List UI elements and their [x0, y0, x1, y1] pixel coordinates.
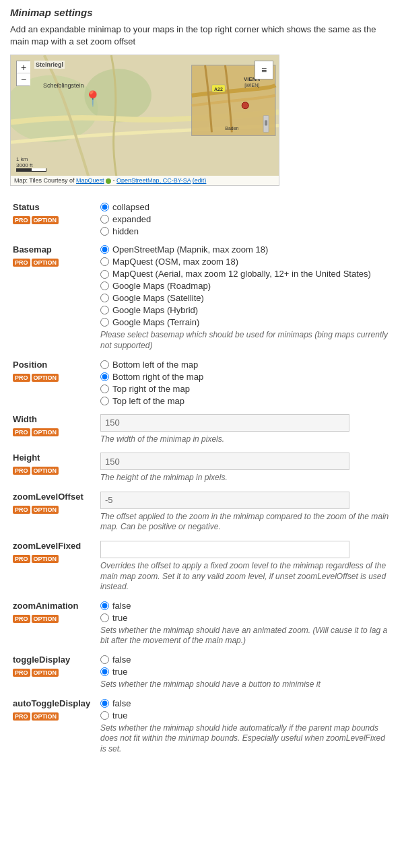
basemap-osm-label: OpenStreetMap (Mapnik, max zoom 18) — [112, 244, 268, 255]
height-input[interactable] — [100, 453, 349, 470]
position-top-right-option[interactable]: Top right of the map — [100, 384, 391, 394]
auto-toggle-display-hint: Sets whether the minimap should hide aut… — [100, 723, 391, 755]
basemap-option-badge: OPTION — [32, 259, 59, 267]
height-row: Height PROOPTION The height of the minim… — [10, 448, 394, 488]
auto-toggle-display-false-option[interactable]: false — [100, 698, 391, 708]
basemap-google-terrain-option[interactable]: Google Maps (Terrain) — [100, 317, 391, 327]
width-option-badge: OPTION — [32, 428, 59, 436]
position-bottom-left-option[interactable]: Bottom left of the map — [100, 360, 391, 370]
position-bottom-right-label: Bottom right of the map — [112, 372, 203, 382]
edit-link[interactable]: (edit) — [193, 177, 207, 184]
status-expanded-radio[interactable] — [100, 215, 109, 224]
map-preview: A22 A5 VIENN [WIEN] Baden + − Steinriegl — [10, 55, 279, 186]
basemap-mapquest-osm-radio[interactable] — [100, 257, 109, 266]
basemap-google-satellite-option[interactable]: Google Maps (Satellite) — [100, 293, 391, 303]
status-hidden-option[interactable]: hidden — [100, 226, 391, 236]
auto-toggle-display-option-badge: OPTION — [32, 712, 59, 721]
basemap-google-terrain-label: Google Maps (Terrain) — [112, 317, 199, 327]
auto-toggle-display-true-radio[interactable] — [100, 711, 109, 720]
basemap-google-terrain-radio[interactable] — [100, 318, 109, 327]
height-label: Height — [13, 453, 95, 463]
status-expanded-option[interactable]: expanded — [100, 214, 391, 224]
map-label-scheiblingstein: Scheiblingstein — [43, 82, 84, 89]
basemap-pro-badge: PRO — [13, 259, 30, 267]
basemap-google-hybrid-option[interactable]: Google Maps (Hybrid) — [100, 305, 391, 315]
zoom-level-offset-hint: The offset applied to the zoom in the mi… — [100, 512, 391, 533]
toggle-display-radio-group: false true — [100, 655, 391, 677]
zoom-out-button[interactable]: − — [17, 73, 30, 86]
zoom-animation-false-radio[interactable] — [100, 601, 109, 610]
map-pin: 📍 — [83, 90, 102, 108]
svg-rect-13 — [265, 121, 267, 126]
svg-text:[WIEN]: [WIEN] — [244, 83, 259, 88]
basemap-mapquest-aerial-option[interactable]: MapQuest (Aerial, max zoom 12 globally, … — [100, 269, 391, 279]
position-bottom-right-option[interactable]: Bottom right of the map — [100, 372, 391, 382]
zoom-in-button[interactable]: + — [17, 61, 30, 73]
status-hidden-radio[interactable] — [100, 227, 109, 236]
map-zoom-controls[interactable]: + − — [16, 61, 30, 86]
zoom-level-fixed-input[interactable] — [100, 541, 349, 558]
position-top-right-radio[interactable] — [100, 385, 109, 393]
openstreetmap-link[interactable]: OpenStreetMap, CC-BY-SA — [116, 177, 191, 184]
basemap-google-satellite-label: Google Maps (Satellite) — [112, 293, 204, 303]
toggle-display-false-radio[interactable] — [100, 655, 109, 664]
basemap-google-hybrid-radio[interactable] — [100, 306, 109, 314]
basemap-row: Basemap PROOPTION OpenStreetMap (Mapnik,… — [10, 240, 394, 355]
basemap-hint: Please select basemap which should be us… — [100, 330, 391, 351]
width-hint: The width of the minimap in pixels. — [100, 434, 391, 445]
status-pro-badge: PRO — [13, 216, 30, 224]
zoom-level-offset-input[interactable] — [100, 492, 349, 509]
position-top-left-radio[interactable] — [100, 397, 109, 405]
width-input[interactable] — [100, 414, 349, 432]
zoom-animation-false-label: false — [112, 601, 131, 611]
status-collapsed-option[interactable]: collapsed — [100, 202, 391, 212]
position-row: Position PROOPTION Bottom left of the ma… — [10, 356, 394, 410]
basemap-radio-group: OpenStreetMap (Mapnik, max zoom 18) MapQ… — [100, 244, 391, 327]
basemap-mapquest-osm-option[interactable]: MapQuest (OSM, max zoom 18) — [100, 257, 391, 267]
basemap-osm-radio[interactable] — [100, 245, 109, 254]
status-collapsed-radio[interactable] — [100, 203, 109, 211]
zoom-level-offset-pro-badge: PRO — [13, 506, 30, 514]
position-top-right-label: Top right of the map — [112, 384, 190, 394]
toggle-display-true-option[interactable]: true — [100, 667, 391, 677]
toggle-display-false-option[interactable]: false — [100, 655, 391, 665]
map-label-steinriegl: Steinriegl — [34, 61, 65, 69]
toggle-display-pro-badge: PRO — [13, 669, 30, 677]
auto-toggle-display-true-label: true — [112, 710, 127, 721]
basemap-mapquest-aerial-radio[interactable] — [100, 270, 109, 279]
zoom-level-fixed-hint: Overrides the offset to apply a fixed zo… — [100, 561, 391, 593]
position-bottom-right-radio[interactable] — [100, 372, 109, 381]
zoom-animation-true-radio[interactable] — [100, 613, 109, 622]
zoom-animation-label: zoomAnimation — [13, 601, 95, 611]
page-description: Add an expandable minimap to your maps i… — [10, 24, 394, 48]
status-option-badge: OPTION — [32, 216, 59, 224]
toggle-display-row: toggleDisplay PROOPTION false true Sets … — [10, 650, 394, 694]
auto-toggle-display-false-radio[interactable] — [100, 699, 109, 708]
zoom-level-offset-label: zoomLevelOffset — [13, 492, 95, 502]
height-pro-badge: PRO — [13, 467, 30, 475]
status-radio-group: collapsed expanded hidden — [100, 202, 391, 236]
svg-point-4 — [242, 102, 248, 109]
map-layers-button[interactable]: ≡ — [255, 61, 273, 79]
zoom-animation-row: zoomAnimation PROOPTION false true Sets … — [10, 597, 394, 650]
status-hidden-label: hidden — [112, 226, 139, 236]
position-bottom-left-radio[interactable] — [100, 360, 109, 369]
basemap-google-roadmap-option[interactable]: Google Maps (Roadmap) — [100, 281, 391, 291]
auto-toggle-display-false-label: false — [112, 698, 131, 708]
auto-toggle-display-true-option[interactable]: true — [100, 710, 391, 721]
basemap-label: Basemap — [13, 244, 95, 255]
toggle-display-true-radio[interactable] — [100, 667, 109, 676]
zoom-animation-pro-badge: PRO — [13, 615, 30, 623]
mapquest-link[interactable]: MapQuest — [76, 177, 104, 184]
basemap-mapquest-aerial-label: MapQuest (Aerial, max zoom 12 globally, … — [112, 269, 371, 279]
auto-toggle-display-pro-badge: PRO — [13, 712, 30, 721]
basemap-google-roadmap-radio[interactable] — [100, 281, 109, 290]
basemap-google-satellite-radio[interactable] — [100, 294, 109, 302]
width-pro-badge: PRO — [13, 428, 30, 436]
toggle-display-label: toggleDisplay — [13, 655, 95, 665]
zoom-animation-true-option[interactable]: true — [100, 613, 391, 623]
position-top-left-option[interactable]: Top left of the map — [100, 396, 391, 406]
zoom-animation-false-option[interactable]: false — [100, 601, 391, 611]
basemap-osm-option[interactable]: OpenStreetMap (Mapnik, max zoom 18) — [100, 244, 391, 255]
position-bottom-left-label: Bottom left of the map — [112, 360, 198, 370]
